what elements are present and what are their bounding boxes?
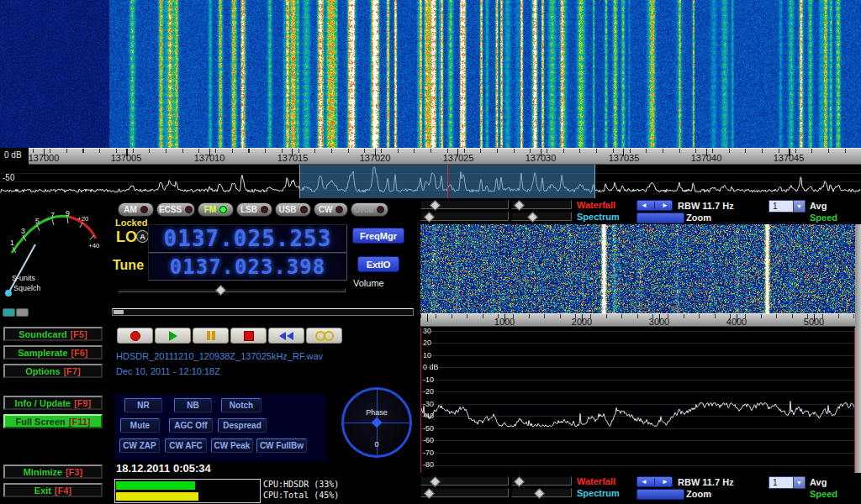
mode-ecss-label: ECSS [159, 205, 182, 214]
zoom-slider[interactable] [637, 213, 684, 223]
scale-label: 137020 [360, 153, 391, 163]
play-icon [169, 331, 177, 341]
slider-thumb[interactable] [527, 212, 538, 223]
despread-label: Despread [223, 421, 261, 430]
avg-select[interactable]: 1 ▼ [769, 200, 806, 213]
pan-spinner[interactable]: ◄ ► [637, 200, 673, 211]
samplerate-button[interactable]: Samplerate [F6] [3, 345, 103, 360]
info-update-key: [F9] [74, 398, 91, 408]
arrow-left-icon[interactable]: ◄ [641, 201, 647, 210]
loop-button[interactable] [306, 328, 342, 344]
mode-usb-button[interactable]: USB [275, 202, 311, 217]
audio-spectrum-canvas[interactable] [420, 328, 855, 473]
spectrum-brightness-slider[interactable] [420, 488, 509, 497]
avg-select-value: 1 [769, 477, 793, 488]
spectrum-brightness-slider[interactable] [420, 212, 509, 221]
slider-thumb[interactable] [424, 488, 435, 499]
slider-thumb[interactable] [430, 200, 441, 211]
mode-cw-led-icon [335, 206, 343, 213]
exit-key: [F4] [55, 486, 71, 496]
cw-peak-button[interactable]: CW Peak [211, 438, 253, 453]
zoom-slider[interactable] [637, 489, 684, 500]
arrow-left-icon[interactable]: ◄ [641, 477, 647, 486]
agc-button[interactable]: AGC Off [169, 418, 213, 433]
cw-zap-button[interactable]: CW ZAP [119, 438, 160, 453]
fullscreen-button[interactable]: Full Screen [F11] [3, 414, 103, 428]
mode-ecss-button[interactable]: ECSS [156, 202, 195, 217]
record-button[interactable] [117, 328, 153, 344]
slider-thumb[interactable] [534, 488, 545, 499]
waterfall-brightness-slider[interactable] [420, 200, 509, 209]
pause-button[interactable] [193, 328, 229, 344]
pan-spinner[interactable]: ◄ ► [637, 476, 673, 487]
rf-waterfall-canvas[interactable] [0, 0, 861, 148]
notch-button[interactable]: Notch [221, 398, 261, 412]
samplerate-label: Samplerate [18, 348, 67, 358]
lo-frequency-display[interactable]: 0137.025.253 [148, 224, 347, 253]
nb-button[interactable]: NB [174, 398, 212, 412]
waterfall-brightness-slider[interactable] [420, 476, 509, 486]
panel-size-button-2[interactable] [16, 308, 29, 317]
soundcard-button[interactable]: Soundcard [F5] [3, 327, 103, 341]
minimize-key: [F3] [66, 467, 82, 477]
nr-button[interactable]: NR [124, 398, 162, 412]
arrow-right-icon[interactable]: ► [662, 201, 668, 210]
mode-lsb-button[interactable]: LSB [236, 202, 272, 217]
rf-frequency-scale[interactable]: 137000 137005 137010 137015 137020 13702… [0, 148, 861, 165]
lo-frequency-value: 0137.025.253 [164, 226, 332, 251]
panel-size-button-1[interactable] [3, 308, 15, 317]
exit-button[interactable]: Exit [F4] [3, 483, 103, 497]
vfo-a-badge[interactable]: A [136, 230, 149, 243]
notch-label: Notch [230, 401, 253, 410]
avg-select[interactable]: 1 ▼ [769, 476, 806, 489]
playback-position-thumb[interactable] [114, 310, 124, 314]
extio-button[interactable]: ExtIO [357, 256, 399, 272]
volume-slider-thumb[interactable] [215, 285, 226, 296]
db-label-50: -50 [3, 173, 14, 182]
mute-button[interactable]: Mute [120, 418, 160, 433]
db-tick: -50 [423, 424, 434, 433]
slider-thumb[interactable] [424, 212, 435, 223]
avg-select-value: 1 [769, 201, 793, 212]
playback-position-slider[interactable] [112, 308, 414, 316]
audio-frequency-scale[interactable]: 1000 2000 3000 4000 5000 [420, 313, 855, 327]
info-update-button[interactable]: Info / Update [F9] [3, 396, 103, 410]
slider-thumb[interactable] [514, 200, 525, 211]
rf-spectrum-canvas[interactable] [0, 165, 861, 198]
spectrum-contrast-slider[interactable] [511, 488, 572, 497]
db-tick: 20 [423, 339, 431, 347]
svg-text:9: 9 [66, 209, 70, 218]
soundcard-label: Soundcard [18, 329, 66, 339]
slider-thumb[interactable] [514, 476, 525, 487]
play-button[interactable] [155, 328, 191, 344]
mode-drm-label: DRM [355, 205, 374, 214]
rewind-button[interactable] [268, 328, 304, 344]
options-button[interactable]: Options [F7] [3, 364, 103, 378]
audio-display-controls-top: Waterfall Spectrum ◄ ► RBW 11.7 Hz Zoom … [419, 200, 859, 223]
scale-label: 5000 [804, 317, 824, 327]
db-tick: -20 [423, 387, 434, 396]
volume-slider[interactable] [118, 285, 346, 295]
volume-slider-track[interactable] [118, 288, 346, 292]
slider-thumb[interactable] [430, 476, 441, 487]
svg-text:1: 1 [10, 239, 14, 247]
mode-am-button[interactable]: AM [118, 202, 154, 217]
waterfall-contrast-slider[interactable] [511, 476, 572, 486]
freqmgr-button[interactable]: FreqMgr [352, 228, 404, 244]
db-tick: 0 dB [423, 363, 439, 371]
waterfall-contrast-slider[interactable] [511, 200, 572, 209]
arrow-right-icon[interactable]: ► [662, 477, 668, 486]
spectrum-contrast-slider[interactable] [511, 212, 572, 221]
mode-fm-button[interactable]: FM [198, 202, 234, 217]
audio-waterfall-canvas[interactable] [420, 224, 855, 313]
stop-button[interactable] [230, 328, 267, 344]
mode-cw-button[interactable]: CW [314, 202, 348, 217]
options-key: [F7] [64, 366, 81, 376]
right-resize-gutter[interactable] [855, 224, 861, 473]
cw-afc-button[interactable]: CW AFC [165, 438, 207, 453]
minimize-button[interactable]: Minimize [F3] [3, 465, 103, 479]
despread-button[interactable]: Despread [218, 418, 267, 433]
cw-fullbw-button[interactable]: CW FullBw [256, 438, 307, 453]
tune-frequency-display[interactable]: 0137.023.398 [148, 253, 347, 281]
mode-drm-button[interactable]: DRM [351, 202, 388, 217]
